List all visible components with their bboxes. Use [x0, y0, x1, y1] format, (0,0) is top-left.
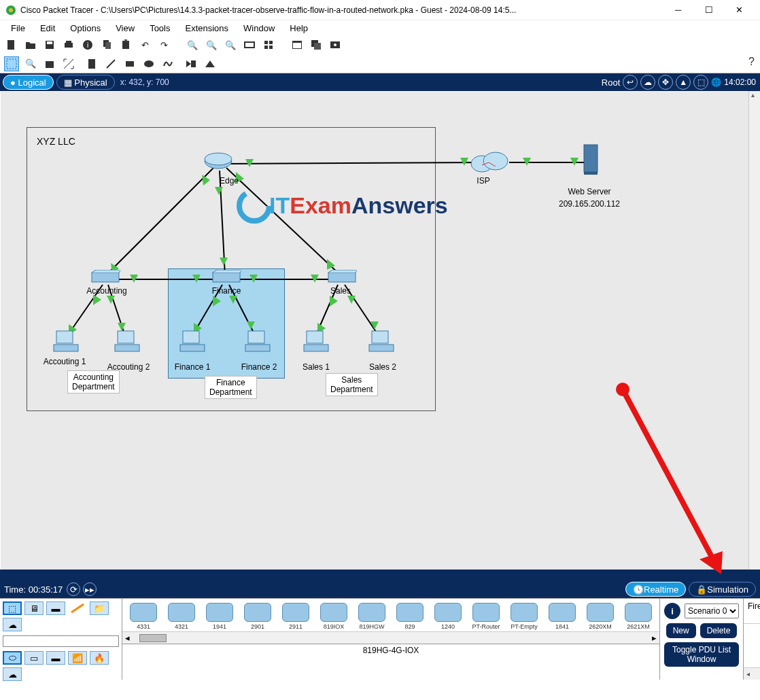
- pc-sal1-icon[interactable]: [303, 330, 330, 354]
- pdu-col-fire[interactable]: Fire: [748, 601, 760, 620]
- workspace[interactable]: XYZ LLC: [0, 91, 760, 580]
- undo-icon[interactable]: ↶: [137, 37, 152, 52]
- scenario-info-icon[interactable]: i: [664, 603, 680, 619]
- draw-freeform-icon[interactable]: [160, 56, 175, 71]
- device-item[interactable]: 2901: [239, 603, 276, 630]
- device-item[interactable]: 2621XM: [620, 603, 657, 630]
- menu-view[interactable]: View: [109, 22, 141, 35]
- device-item[interactable]: 2620XM: [582, 603, 619, 630]
- device-item[interactable]: 2911: [277, 603, 314, 630]
- minimize-button[interactable]: ─: [663, 0, 693, 20]
- device-search-input[interactable]: [3, 635, 119, 647]
- viewport-icon2[interactable]: ⬚: [693, 75, 708, 90]
- switches-category-icon[interactable]: ▭: [24, 651, 44, 665]
- wan-category-icon[interactable]: ☁: [3, 667, 22, 681]
- scenario-delete-button[interactable]: Delete: [700, 623, 738, 638]
- resize-tool-icon[interactable]: [61, 56, 76, 71]
- multiuser-icon[interactable]: ☁: [3, 618, 22, 631]
- place-note-icon[interactable]: [84, 56, 99, 71]
- switch-accounting-icon[interactable]: [90, 270, 120, 285]
- end-devices-icon[interactable]: 🖥: [24, 601, 44, 615]
- vertical-scrollbar[interactable]: [748, 91, 760, 570]
- wireless-category-icon[interactable]: 📶: [68, 651, 87, 665]
- network-devices-icon[interactable]: ⬚: [3, 601, 22, 615]
- hubs-category-icon[interactable]: ▬: [46, 651, 65, 665]
- print-icon[interactable]: [61, 37, 76, 52]
- device-item[interactable]: 1941: [201, 603, 238, 630]
- routers-category-icon[interactable]: ⬭: [3, 651, 22, 665]
- paste-icon[interactable]: [118, 37, 133, 52]
- menu-edit[interactable]: Edit: [33, 22, 62, 35]
- misc-icon[interactable]: 📁: [90, 601, 109, 615]
- server-web-icon[interactable]: [581, 143, 600, 176]
- pc-acc2-icon[interactable]: [114, 330, 141, 354]
- power-cycle-icon[interactable]: ⟳: [67, 582, 80, 596]
- draw-ellipse-icon[interactable]: [141, 56, 156, 71]
- set-background-icon[interactable]: ▲: [676, 75, 691, 90]
- tile-icon[interactable]: [290, 37, 305, 52]
- menu-extensions[interactable]: Extensions: [178, 22, 235, 35]
- maximize-button[interactable]: ☐: [693, 0, 724, 20]
- device-item[interactable]: PT-Router: [468, 603, 504, 630]
- close-button[interactable]: ✕: [724, 0, 755, 20]
- open-file-icon[interactable]: [23, 37, 38, 52]
- draw-rect-icon[interactable]: [122, 56, 137, 71]
- pc-fin1-icon[interactable]: [179, 330, 206, 354]
- menu-file[interactable]: File: [4, 22, 32, 35]
- drawing-palette-icon[interactable]: [242, 37, 257, 52]
- connections-icon[interactable]: [68, 601, 87, 615]
- copy-icon[interactable]: [99, 37, 114, 52]
- inspect-tool-icon[interactable]: 🔍: [23, 56, 38, 71]
- complex-pdu-icon[interactable]: [203, 56, 218, 71]
- logical-tab[interactable]: ● Logical: [3, 75, 54, 90]
- cloud-isp-icon[interactable]: [468, 150, 509, 175]
- redo-icon[interactable]: ↷: [156, 37, 171, 52]
- back-nav-icon[interactable]: ↩: [623, 75, 638, 90]
- pc-fin2-icon[interactable]: [244, 330, 271, 354]
- device-item[interactable]: 1240: [430, 603, 466, 630]
- fast-forward-icon[interactable]: ▸▸: [83, 582, 97, 596]
- zoom-out-icon[interactable]: 🔍: [223, 37, 238, 52]
- zoom-in-icon[interactable]: 🔍: [185, 37, 200, 52]
- realtime-tab[interactable]: 🕓 Realtime: [625, 582, 686, 597]
- new-file-icon[interactable]: [4, 37, 19, 52]
- device-item[interactable]: 819IOX: [315, 603, 352, 630]
- activity-wizard-icon[interactable]: i: [80, 37, 95, 52]
- save-icon[interactable]: [42, 37, 57, 52]
- simple-pdu-icon[interactable]: [184, 56, 198, 71]
- scenario-select[interactable]: Scenario 0: [685, 603, 739, 618]
- viewport-icon[interactable]: [328, 37, 343, 52]
- select-tool-icon[interactable]: [4, 56, 19, 71]
- custom-device-icon[interactable]: [261, 37, 276, 52]
- device-item[interactable]: 4321: [163, 603, 200, 630]
- simulation-tab[interactable]: 🔒 Simulation: [689, 582, 756, 597]
- root-label[interactable]: Root: [602, 77, 620, 88]
- pc-sal2-icon[interactable]: [368, 330, 395, 354]
- device-item[interactable]: PT-Empty: [506, 603, 542, 630]
- draw-line-icon[interactable]: [103, 56, 118, 71]
- pc-acc1-icon[interactable]: [52, 330, 80, 354]
- device-item[interactable]: 829: [392, 603, 428, 630]
- toggle-pdu-button[interactable]: Toggle PDU List Window: [664, 642, 739, 667]
- zoom-reset-icon[interactable]: 🔍: [204, 37, 219, 52]
- scenario-new-button[interactable]: New: [666, 623, 696, 638]
- router-edge-icon[interactable]: [203, 152, 233, 172]
- components-icon[interactable]: ▬: [46, 601, 65, 615]
- cascade-icon[interactable]: [309, 37, 324, 52]
- menu-tools[interactable]: Tools: [143, 22, 177, 35]
- device-item[interactable]: 1841: [544, 603, 581, 630]
- physical-tab[interactable]: ▦ Physical: [56, 75, 115, 90]
- switch-sales-icon[interactable]: [327, 270, 357, 285]
- move-object-icon[interactable]: ✥: [658, 75, 673, 90]
- menu-options[interactable]: Options: [63, 22, 107, 35]
- switch-finance-icon[interactable]: [211, 270, 241, 285]
- menu-window[interactable]: Window: [237, 22, 281, 35]
- device-hscroll[interactable]: ◂▸: [122, 631, 659, 644]
- menu-help[interactable]: Help: [283, 22, 315, 35]
- security-category-icon[interactable]: 🔥: [90, 651, 109, 665]
- device-item[interactable]: 819HGW: [353, 603, 390, 630]
- device-item[interactable]: 4331: [125, 603, 162, 630]
- cluster-icon[interactable]: ☁: [640, 75, 655, 90]
- delete-tool-icon[interactable]: [42, 56, 57, 71]
- help-icon[interactable]: ?: [748, 56, 755, 68]
